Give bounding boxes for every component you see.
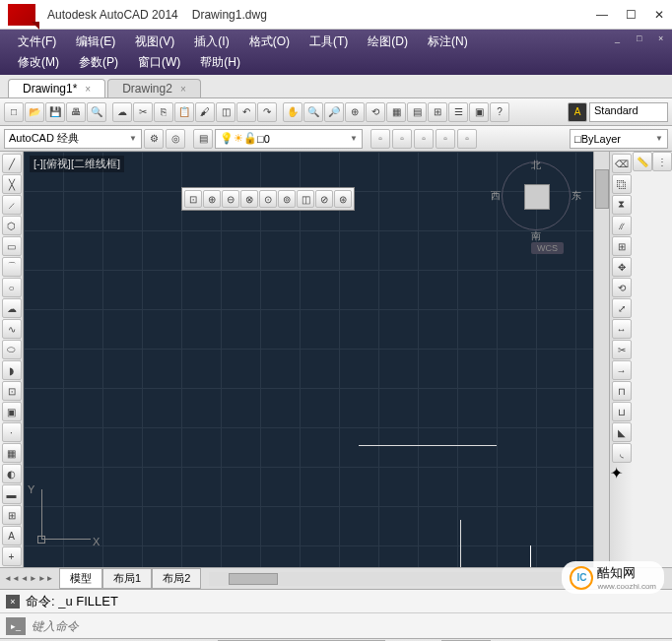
props-button[interactable]: ☰ — [448, 102, 468, 122]
cube-icon[interactable] — [524, 184, 550, 210]
gradient-button[interactable]: ◐ — [2, 464, 22, 483]
menu-edit[interactable]: 编辑(E) — [66, 32, 125, 52]
zoom-rt-button[interactable]: 🔍 — [303, 102, 323, 122]
hatch-button[interactable]: ▦ — [2, 443, 22, 463]
layer-tool5[interactable]: ▫ — [457, 129, 477, 149]
extend-button[interactable]: → — [612, 360, 632, 380]
undo-button[interactable]: ↶ — [236, 102, 256, 122]
rotate-button[interactable]: ⟲ — [612, 278, 632, 297]
match-button[interactable]: 🖌 — [195, 102, 215, 122]
break-button[interactable]: ⊓ — [612, 381, 632, 401]
layer-tool1[interactable]: ▫ — [370, 129, 390, 149]
move-button[interactable]: ✥ — [612, 257, 632, 277]
measure-button[interactable]: 📏 — [633, 152, 652, 171]
table-button[interactable]: ⊞ — [2, 505, 22, 525]
menu-help[interactable]: 帮助(H) — [190, 52, 250, 73]
view-bottom-button[interactable]: ⊕ — [203, 190, 221, 208]
menu-draw[interactable]: 绘图(D) — [358, 32, 418, 52]
chamfer-button[interactable]: ◣ — [612, 422, 632, 442]
text-style-icon[interactable]: A — [568, 102, 587, 122]
compass-icon[interactable]: 北 南 东 西 — [502, 161, 571, 230]
pan-button[interactable]: ✋ — [283, 102, 302, 122]
mdi-close[interactable]: × — [648, 32, 668, 43]
dc-button[interactable]: ▣ — [469, 102, 489, 122]
ellipse-button[interactable]: ⬭ — [2, 340, 22, 359]
linetype-combo[interactable]: □ByLayer▼ — [570, 129, 668, 149]
layer-tool4[interactable]: ▫ — [436, 129, 455, 149]
workspace-combo[interactable]: AutoCAD 经典▼ — [4, 129, 142, 149]
viewcube[interactable]: 北 南 东 西 — [497, 161, 575, 240]
zoom-prev-button[interactable]: ⊕ — [345, 102, 365, 122]
menu-file[interactable]: 文件(F) — [8, 32, 66, 52]
open-button[interactable]: 📂 — [25, 102, 44, 122]
layer-tool3[interactable]: ▫ — [414, 129, 434, 149]
block-button[interactable]: ◫ — [216, 102, 235, 122]
cut-button[interactable]: ✂ — [133, 102, 153, 122]
stretch-button[interactable]: ↔ — [612, 319, 632, 339]
layer-combo[interactable]: 💡☀🔓□ 0▼ — [215, 129, 363, 149]
fillet-button[interactable]: ◟ — [612, 443, 632, 463]
menu-modify[interactable]: 修改(M) — [8, 52, 69, 73]
ws-settings-button[interactable]: ⚙ — [144, 129, 164, 149]
arc-button[interactable]: ⌒ — [2, 257, 22, 277]
mirror-button[interactable]: ⧗ — [612, 195, 632, 215]
spline-button[interactable]: ∿ — [2, 319, 22, 339]
layer-props-button[interactable]: ▤ — [193, 129, 213, 149]
array-button[interactable]: ⊞ — [612, 236, 632, 256]
pline-button[interactable]: ⟋ — [2, 195, 22, 215]
viewport-label[interactable]: [-][俯视][二维线框] — [30, 156, 124, 172]
close-cmdline-button[interactable]: × — [6, 595, 20, 609]
drawn-line[interactable] — [460, 520, 461, 567]
command-input[interactable] — [32, 619, 666, 633]
view-back-button[interactable]: ⊚ — [278, 190, 296, 208]
trim-button[interactable]: ✂ — [612, 340, 632, 359]
paste-button[interactable]: 📋 — [174, 102, 194, 122]
menu-tools[interactable]: 工具(T) — [300, 32, 358, 52]
layout2-tab[interactable]: 布局2 — [152, 568, 201, 589]
drawing-canvas[interactable]: [-][俯视][二维线框] ⊡ ⊕ ⊖ ⊗ ⊙ ⊚ ◫ ⊘ ⊛ 北 南 东 西 … — [24, 152, 593, 567]
point-button[interactable]: · — [2, 422, 22, 442]
mdi-minimize[interactable]: _ — [605, 32, 625, 43]
publish-button[interactable]: ☁ — [112, 102, 132, 122]
tool-palette-button[interactable]: ▤ — [407, 102, 427, 122]
maximize-button[interactable]: ☐ — [626, 8, 637, 22]
rectangle-button[interactable]: ▭ — [2, 236, 22, 256]
ws-save-button[interactable]: ◎ — [166, 129, 185, 149]
more-button[interactable]: ⋮ — [652, 152, 672, 171]
close-icon[interactable]: × — [85, 84, 91, 95]
view-left-button[interactable]: ⊖ — [222, 190, 239, 208]
copy-button[interactable]: ⎘ — [154, 102, 173, 122]
view-se-button[interactable]: ⊘ — [315, 190, 333, 208]
insert-button[interactable]: ⊡ — [2, 381, 22, 401]
ellipse-arc-button[interactable]: ◗ — [2, 360, 22, 380]
xline-button[interactable]: ╳ — [2, 174, 22, 194]
menu-view[interactable]: 视图(V) — [125, 32, 184, 52]
addselect-button[interactable]: + — [2, 546, 22, 566]
save-button[interactable]: 💾 — [45, 102, 65, 122]
menu-insert[interactable]: 插入(I) — [184, 32, 238, 52]
zoom-button[interactable]: 🔎 — [324, 102, 344, 122]
close-icon[interactable]: × — [180, 84, 186, 95]
orbit-button[interactable]: ⟲ — [366, 102, 385, 122]
view-right-button[interactable]: ⊗ — [240, 190, 258, 208]
help-button[interactable]: ? — [490, 102, 509, 122]
new-button[interactable]: □ — [4, 102, 24, 122]
revcloud-button[interactable]: ☁ — [2, 298, 22, 318]
mdi-restore[interactable]: □ — [627, 32, 646, 43]
text-style-combo[interactable]: Standard — [589, 102, 668, 122]
vertical-scrollbar[interactable] — [593, 152, 609, 567]
close-button[interactable]: ✕ — [654, 8, 664, 22]
view-front-button[interactable]: ⊙ — [259, 190, 277, 208]
make-block-button[interactable]: ▣ — [2, 402, 22, 421]
command-prompt-icon[interactable]: ▸_ — [6, 617, 26, 635]
model-tab[interactable]: 模型 — [59, 568, 102, 589]
view-top-button[interactable]: ⊡ — [184, 190, 202, 208]
erase-button[interactable]: ⌫ — [612, 154, 632, 173]
menu-parametric[interactable]: 参数(P) — [69, 52, 128, 73]
copy-obj-button[interactable]: ⿻ — [612, 174, 632, 194]
tab-drawing2[interactable]: Drawing2 × — [107, 79, 201, 97]
offset-button[interactable]: ⫽ — [612, 216, 632, 235]
mtext-button[interactable]: A — [2, 526, 22, 545]
view-ne-button[interactable]: ⊛ — [334, 190, 352, 208]
scroll-thumb[interactable] — [595, 169, 609, 209]
